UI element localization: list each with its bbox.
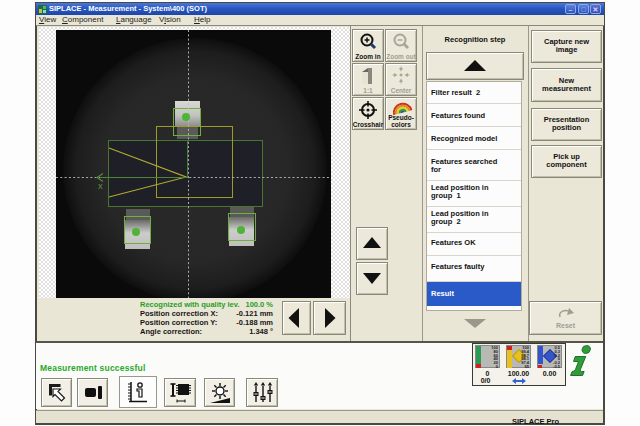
svg-text:X: X bbox=[98, 183, 103, 190]
